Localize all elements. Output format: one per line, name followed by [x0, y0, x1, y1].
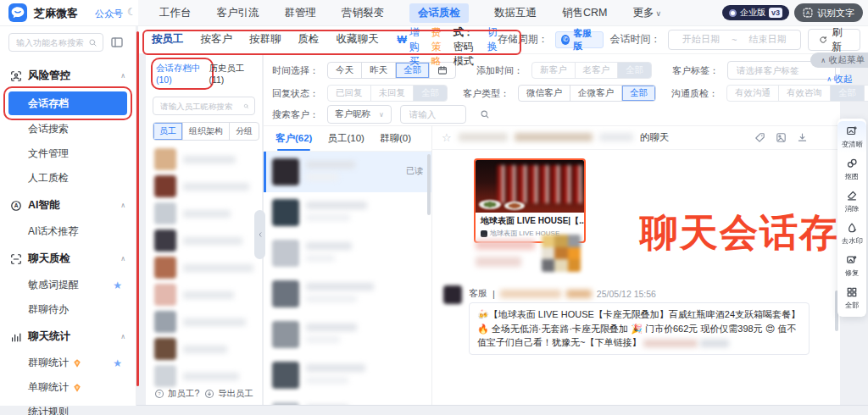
employee-list-item[interactable]: [146, 227, 262, 254]
reply-option-all[interactable]: 全部: [413, 86, 447, 101]
sidebar-section-4[interactable]: 聊天统计∧: [0, 322, 136, 351]
chevron-up-icon[interactable]: ∧: [120, 255, 125, 263]
add-employee-link[interactable]: ? 加员工?: [154, 388, 199, 400]
employee-list-item[interactable]: [146, 200, 262, 227]
time-option-today[interactable]: 今天: [328, 63, 361, 78]
sidebar-item-会话存档[interactable]: 会话存档: [8, 91, 127, 115]
toolbar-tab-2[interactable]: 按客户: [201, 32, 233, 47]
qc-option-inquiry[interactable]: 有效咨询: [778, 86, 830, 101]
nav-item-4[interactable]: 营销裂变: [342, 6, 384, 20]
ocr-button[interactable]: A 识别文字: [794, 3, 863, 22]
refresh-button[interactable]: 刷新: [808, 29, 860, 51]
tab-archiving-employees[interactable]: 会话存档中(10): [156, 63, 209, 85]
sidebar-item-人工质检[interactable]: 人工质检: [0, 166, 136, 191]
sidebar-item-单聊统计[interactable]: 单聊统计: [0, 375, 136, 400]
nav-item-8[interactable]: 更多∨: [632, 6, 661, 20]
star-icon[interactable]: ☆: [442, 131, 452, 144]
tool-enhance-button[interactable]: 变清晰: [837, 121, 866, 153]
employee-segment-员工[interactable]: 员工: [153, 123, 182, 140]
reply-option-replied[interactable]: 已回复: [328, 86, 370, 101]
sidebar-item-敏感词提醒[interactable]: 敏感词提醒★: [0, 273, 136, 297]
conversation-list-item[interactable]: [264, 192, 431, 233]
sidebar-section-1[interactable]: 风险管控∧: [0, 61, 136, 90]
sidebar-section-3[interactable]: 聊天质检∧: [0, 244, 136, 273]
tool-erase-button[interactable]: 消除: [837, 185, 866, 218]
sidebar-search-field[interactable]: [14, 37, 86, 48]
collapse-filters-link[interactable]: ∧ 收起: [826, 73, 853, 86]
tool-watermark-button[interactable]: 去水印: [837, 218, 866, 250]
toolbar-tab-3[interactable]: 按群聊: [249, 32, 281, 47]
employee-list-item[interactable]: [146, 254, 262, 281]
employee-segment-分组[interactable]: 分组: [229, 123, 259, 140]
sidebar-item-AI话术推荐[interactable]: AI话术推荐: [0, 219, 136, 244]
conversation-tab-3[interactable]: 群聊(0): [380, 132, 411, 145]
chevron-up-icon[interactable]: ∧: [120, 202, 125, 209]
addtime-option-old[interactable]: 老客户: [575, 63, 618, 78]
link-card[interactable]: 地球表面 LIVE HOUSE|【... 地球表面 LIVE HOUSE: [474, 158, 586, 243]
nav-item-6[interactable]: 数据互通: [494, 6, 537, 20]
employee-list-item[interactable]: [146, 146, 262, 173]
conversation-list-item[interactable]: [264, 314, 431, 355]
download-icon[interactable]: [797, 132, 808, 143]
gallery-icon[interactable]: [776, 132, 787, 143]
sidebar-item-会话搜索[interactable]: 会话搜索: [0, 117, 136, 141]
employee-segment-组织架构[interactable]: 组织架构: [182, 123, 229, 140]
employee-list-item[interactable]: [146, 308, 262, 335]
employee-list-item[interactable]: [146, 335, 262, 362]
dark-mode-icon[interactable]: ☾: [127, 6, 136, 18]
ctype-option-wechat[interactable]: 微信客户: [519, 86, 570, 101]
favorite-star-icon[interactable]: ★: [113, 279, 122, 291]
search-icon[interactable]: [480, 109, 490, 119]
sidebar-item-文件管理[interactable]: 文件管理: [0, 141, 136, 166]
collapse-panel-icon[interactable]: [110, 36, 124, 49]
export-employee-link[interactable]: 导出员工: [204, 388, 253, 400]
ctype-option-wecom[interactable]: 企微客户: [570, 86, 621, 101]
ctype-option-all[interactable]: 全部: [621, 86, 655, 101]
sidebar-section-2[interactable]: AAI智能∧: [0, 191, 136, 219]
employee-search-input[interactable]: [153, 97, 255, 115]
list-scrollbar[interactable]: [427, 154, 431, 215]
mode-switch-link[interactable]: 切换: [487, 25, 498, 54]
date-range-input[interactable]: 开始日期 ~ 结束日期: [668, 30, 801, 50]
addtime-option-all[interactable]: 全部: [617, 63, 651, 78]
conversation-list-item[interactable]: [264, 233, 431, 274]
favorite-star-icon[interactable]: ★: [113, 357, 122, 369]
nav-item-5[interactable]: 会话质检: [409, 3, 469, 23]
employee-list-item[interactable]: [146, 362, 262, 390]
chevron-up-icon[interactable]: ∧: [120, 333, 125, 340]
tool-cutout-button[interactable]: 抠图: [837, 153, 866, 185]
channel-link[interactable]: 公众号: [95, 8, 123, 20]
sidebar-search-input[interactable]: [8, 33, 103, 52]
tag-icon[interactable]: [754, 132, 765, 143]
customer-search-field[interactable]: [408, 108, 459, 120]
customer-search-input[interactable]: [400, 105, 466, 124]
nav-item-7[interactable]: 销售CRM: [562, 6, 607, 20]
tab-history-employees[interactable]: 历史员工(11): [209, 63, 253, 85]
addtime-option-new[interactable]: 新客户: [532, 63, 575, 78]
conversation-tab-2[interactable]: 员工(10): [327, 132, 364, 145]
qc-option-all[interactable]: 全部: [830, 86, 864, 101]
qc-option-effective[interactable]: 有效沟通: [727, 86, 778, 101]
tool-repair-button[interactable]: 修复: [837, 250, 866, 282]
nav-item-1[interactable]: 工作台: [159, 6, 192, 20]
employee-list-item[interactable]: [146, 173, 262, 200]
sidebar-item-统计规则[interactable]: 统计规则: [0, 400, 136, 415]
nav-item-3[interactable]: 群管理: [285, 6, 317, 20]
storage-version-badge[interactable]: ✆ 客服版: [555, 31, 604, 48]
tool-all-button[interactable]: 全部: [837, 282, 866, 314]
reply-option-unreplied[interactable]: 未回复: [370, 86, 414, 101]
collapse-menu-pill[interactable]: ∧ 收起菜单: [810, 53, 868, 68]
conversation-list-item[interactable]: 已读: [264, 152, 431, 192]
conversation-tab-1[interactable]: 客户(62): [275, 132, 312, 145]
toolbar-tab-4[interactable]: 质检: [298, 32, 320, 47]
employee-list-item[interactable]: [146, 281, 262, 308]
toolbar-tab-5[interactable]: 收藏聊天: [337, 32, 379, 47]
conversation-list-item[interactable]: [264, 355, 431, 396]
gear-icon[interactable]: [864, 86, 868, 101]
nav-item-2[interactable]: 客户引流: [217, 6, 259, 20]
sidebar-item-群聊待办[interactable]: 群聊待办: [0, 297, 136, 322]
search-field-select[interactable]: 客户昵称∨: [327, 105, 392, 124]
toolbar-tab-1[interactable]: 按员工: [152, 32, 184, 47]
app-logo-icon[interactable]: [8, 3, 27, 22]
sidebar-item-群聊统计[interactable]: 群聊统计★: [0, 351, 136, 375]
